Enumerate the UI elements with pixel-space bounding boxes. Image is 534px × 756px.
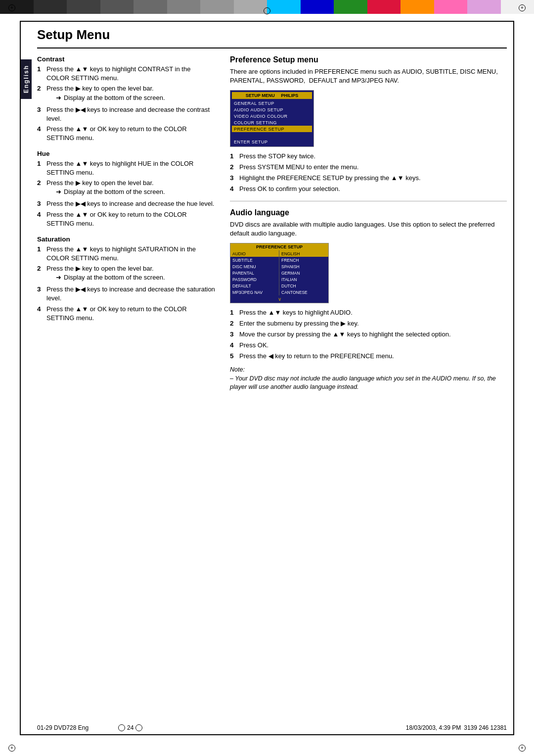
list-item: 2 Enter the submenu by pressing the ▶ ke…: [230, 319, 507, 329]
audio-col-left: AUDIO SUBTITLE DISC MENU PARENTAL PASSWO…: [230, 250, 279, 295]
preference-title: Preference Setup menu: [230, 55, 507, 64]
bar-seg-2: [34, 0, 67, 14]
audio-table: AUDIO SUBTITLE DISC MENU PARENTAL PASSWO…: [230, 250, 328, 295]
reg-circle-tl: [8, 4, 15, 11]
bar-color-green: [334, 0, 367, 14]
list-item: 4 Press the ▲▼ or OK key to return to th…: [37, 305, 215, 323]
step-text-block: Press the ▶ key to open the level bar. ➜…: [46, 84, 165, 103]
screen-row: VIDEO AUDIO COLOUR: [232, 113, 312, 119]
audio-row: ENGLISH: [279, 250, 328, 257]
step-text: Enter the submenu by pressing the ▶ key.: [239, 319, 507, 329]
contrast-title: Contrast: [37, 55, 215, 63]
reg-mark-top-left: [7, 3, 17, 13]
step-num: 4: [37, 210, 44, 228]
hue-title: Hue: [37, 150, 215, 157]
footer-left: 01-29 DVD728 Eng 24: [37, 724, 142, 731]
audio-language-title: Audio language: [230, 208, 507, 217]
border-left: [20, 21, 21, 735]
title-divider: [37, 47, 507, 48]
list-item: 4 Press the ▲▼ or OK key to return to th…: [37, 125, 215, 142]
step-num: 1: [37, 245, 44, 263]
screen-row: ENTER SETUP: [232, 139, 312, 145]
list-item: 4 Press the ▲▼ or OK key to return to th…: [37, 210, 215, 228]
list-item: 3 Press the ▶◀ keys to increase and decr…: [37, 105, 215, 123]
step-text: Press the ▲▼ keys to highlight HUE in th…: [46, 159, 215, 177]
list-item: 1 Press the ▲▼ keys to highlight CONTRAS…: [37, 65, 215, 83]
step-text: Press the ▶ key to open the level bar.: [46, 179, 154, 187]
saturation-section: Saturation 1 Press the ▲▼ keys to highli…: [37, 236, 215, 323]
step-num: 4: [230, 185, 237, 194]
contrast-section: Contrast 1 Press the ▲▼ keys to highligh…: [37, 55, 215, 143]
step-text: Move the cursor by pressing the ▲▼ keys …: [239, 330, 507, 339]
step-num: 1: [37, 65, 44, 83]
step-text: Press the ▶ key to open the level bar.: [46, 85, 154, 92]
bar-color-blue: [301, 0, 334, 14]
step-num: 2: [230, 319, 237, 329]
step-text: Press the ▲▼ keys to highlight AUDIO.: [239, 308, 507, 318]
step-num: 4: [230, 341, 237, 350]
step-num: 4: [37, 305, 44, 323]
audio-row: SPANISH: [279, 263, 328, 270]
step-text: Press the ▲▼ or OK key to return to the …: [46, 125, 215, 142]
step-num: 2: [230, 163, 237, 172]
step-num: 2: [37, 264, 44, 284]
footer-circle-icon-2: [135, 724, 142, 731]
step-num: 3: [37, 199, 44, 209]
bar-color-lavender: [467, 0, 501, 14]
screen-row-highlighted: PREFERENCE SETUP: [232, 126, 312, 132]
note-box: Note: – Your DVD disc may not include th…: [230, 366, 507, 392]
saturation-list: 1 Press the ▲▼ keys to highlight SATURAT…: [37, 245, 215, 323]
audio-row: DUTCH: [279, 283, 328, 289]
top-bar-left: [0, 0, 267, 14]
arrow-text: Display at the bottom of the screen.: [64, 188, 165, 196]
step-text: Press OK.: [239, 341, 507, 350]
list-item: 5 Press the ◀ key to return to the PREFE…: [230, 352, 507, 361]
footer: 01-29 DVD728 Eng 24 18/03/2003, 4:39 PM …: [37, 724, 507, 731]
list-item: 4 Press OK to confirm your selection.: [230, 185, 507, 194]
reg-circle-tr: [519, 4, 526, 11]
audio-language-desc: DVD discs are available with multiple au…: [230, 220, 507, 238]
top-circle: [264, 7, 270, 14]
bar-seg-8: [234, 0, 267, 14]
audio-row: FRENCH: [279, 257, 328, 263]
step-num: 2: [37, 179, 44, 198]
footer-circle-icon: [118, 724, 125, 731]
reg-mark-top-right: [517, 3, 527, 13]
audio-row: SUBTITLE: [230, 257, 279, 263]
bar-color-pink: [434, 0, 468, 14]
border-bottom: [20, 734, 514, 735]
audio-col-right: ENGLISH FRENCH SPANISH GERMAN ITALIAN DU…: [279, 250, 328, 295]
list-item: 2 Press the ▶ key to open the level bar.…: [37, 84, 215, 103]
step-num: 1: [230, 308, 237, 318]
screen-row: COLOUR SETTING: [232, 119, 312, 126]
arrow-icon: ➜: [56, 188, 61, 196]
step-text: Press OK to confirm your selection.: [239, 185, 507, 194]
audio-steps: 1 Press the ▲▼ keys to highlight AUDIO. …: [230, 308, 507, 361]
step-num: 2: [37, 84, 44, 103]
step-text: Press the ▶ key to open the level bar.: [46, 265, 154, 272]
footer-right: 18/03/2003, 4:39 PM 3139 246 12381: [406, 724, 507, 731]
list-item: 1 Press the ▲▼ keys to highlight SATURAT…: [37, 245, 215, 263]
list-item: 2 Press the ▶ key to open the level bar.…: [37, 179, 215, 198]
step-num: 3: [37, 105, 44, 123]
preference-desc: There are options included in PREFERENCE…: [230, 67, 507, 85]
audio-scroll-icon: ∨: [230, 295, 328, 303]
step-num: 3: [37, 285, 44, 303]
audio-language-section: Audio language DVD discs are available w…: [230, 208, 507, 392]
bar-seg-6: [167, 0, 201, 14]
audio-row: AUDIO: [230, 250, 279, 257]
step-num: 4: [37, 125, 44, 142]
preference-screen: SETUP MENU PHILIPS GENERAL SETUP AUDIO A…: [230, 90, 314, 147]
step-text: Press the ▲▼ or OK key to return to the …: [46, 210, 215, 228]
list-item: 3 Highlight the PREFERENCE SETUP by pres…: [230, 174, 507, 183]
footer-code-left: 01-29 DVD728 Eng: [37, 724, 89, 731]
arrow-item: ➜ Display at the bottom of the screen.: [56, 94, 165, 102]
reg-circle-br: [519, 745, 526, 752]
border-right: [513, 21, 514, 735]
step-text: Highlight the PREFERENCE SETUP by pressi…: [239, 174, 507, 183]
list-item: 3 Press the ▶◀ keys to increase and decr…: [37, 285, 215, 303]
audio-row: MP3/JPEG NAV: [230, 289, 279, 295]
list-item: 1 Press the ▲▼ keys to highlight AUDIO.: [230, 308, 507, 318]
arrow-item: ➜ Display at the bottom of the screen.: [56, 188, 165, 196]
list-item: 3 Move the cursor by pressing the ▲▼ key…: [230, 330, 507, 339]
